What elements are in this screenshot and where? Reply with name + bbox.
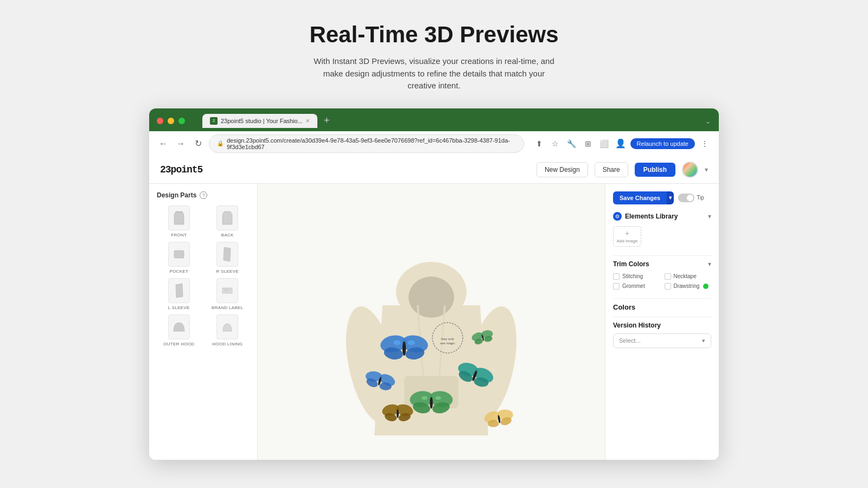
- bookmark-button[interactable]: ☆: [549, 137, 562, 150]
- share-button[interactable]: Share: [595, 162, 628, 177]
- checkbox-necktape[interactable]: [665, 273, 671, 280]
- design-parts-title: Design Parts: [157, 191, 196, 199]
- drawstring-active-indicator: [703, 284, 709, 289]
- part-thumbnail-pocket: [168, 242, 190, 267]
- design-parts-header: Design Parts ?: [157, 191, 250, 199]
- part-item-pocket[interactable]: POCKET: [157, 242, 201, 274]
- divider: [613, 255, 711, 256]
- window-controls[interactable]: ⌄: [705, 117, 711, 125]
- new-tab-button[interactable]: +: [320, 115, 334, 126]
- right-panel: Save Changes ▾ Tip ⊙ E: [605, 184, 719, 460]
- browser-tab-active[interactable]: 2 23point5 studio | Your Fashio... ×: [202, 114, 317, 128]
- hoodie-3d-preview: they only see magic: [339, 208, 524, 435]
- part-label-lsleeve: L SLEEVE: [168, 305, 190, 310]
- svg-point-18: [403, 342, 406, 356]
- part-thumbnail-brandlabel: [216, 278, 238, 303]
- elements-library-icon: ⊙: [613, 212, 622, 221]
- browser-actions: ⬆ ☆ 🔧 ⊞ ⬜ 👤 Relaunch to update ⋮: [533, 137, 711, 150]
- part-label-rsleeve: R SLEEVE: [216, 269, 239, 274]
- share-page-button[interactable]: ⬆: [533, 137, 546, 150]
- publish-button[interactable]: Publish: [635, 163, 675, 177]
- divider3: [613, 317, 711, 317]
- part-item-hoodlining[interactable]: HOOD LINING: [206, 314, 250, 346]
- part-thumbnail-hoodlining: [216, 314, 238, 339]
- traffic-light-yellow[interactable]: [168, 118, 174, 124]
- app-body: Design Parts ? FRONT: [149, 184, 719, 460]
- part-item-front[interactable]: FRONT: [157, 206, 201, 237]
- user-avatar[interactable]: [682, 162, 698, 178]
- svg-point-20: [408, 341, 415, 345]
- add-image-button[interactable]: + Add Image: [613, 226, 641, 247]
- version-history-section: Version History Select... ▾: [613, 322, 711, 348]
- tip-toggle[interactable]: [678, 194, 694, 202]
- app-content: 23point5 New Design Share Publish ▾ Desi…: [149, 156, 719, 460]
- elements-library-title: ⊙ Elements Library: [613, 212, 678, 221]
- svg-point-26: [422, 396, 427, 400]
- save-changes-bar: Save Changes ▾ Tip: [613, 191, 711, 204]
- traffic-light-red[interactable]: [157, 118, 163, 124]
- browser-titlebar: 2 23point5 studio | Your Fashio... × + ⌄: [149, 108, 719, 131]
- svg-point-19: [393, 341, 400, 345]
- browser-chrome: 2 23point5 studio | Your Fashio... × + ⌄…: [149, 108, 719, 156]
- elements-library-section: ⊙ Elements Library ▾ + Add Image: [613, 212, 711, 247]
- checkbox-item-grommet[interactable]: Grommet: [613, 283, 660, 290]
- new-design-button[interactable]: New Design: [537, 162, 588, 177]
- part-item-rsleeve[interactable]: R SLEEVE: [206, 242, 250, 274]
- checkbox-stitching[interactable]: [613, 273, 620, 280]
- svg-rect-0: [174, 251, 184, 258]
- part-thumbnail-back: [216, 206, 238, 230]
- elements-library-header[interactable]: ⊙ Elements Library ▾: [613, 212, 711, 221]
- app-logo: 23point5: [160, 164, 202, 175]
- help-icon[interactable]: ?: [200, 191, 207, 199]
- address-bar[interactable]: 🔒 design.23point5.com/create/a30d39e4-9e…: [209, 134, 524, 153]
- svg-text:see magic: see magic: [440, 342, 455, 345]
- screenshot-button[interactable]: ⬜: [598, 137, 611, 150]
- checkbox-drawstring[interactable]: [665, 283, 671, 290]
- part-thumbnail-outerh: [168, 314, 190, 339]
- svg-point-25: [430, 397, 432, 409]
- menu-button[interactable]: ⋮: [698, 137, 711, 150]
- nav-forward-button[interactable]: →: [174, 137, 187, 150]
- divider2: [613, 298, 711, 299]
- account-chevron-icon[interactable]: ▾: [705, 166, 708, 174]
- svg-point-7: [409, 277, 454, 318]
- tip-label: Tip: [697, 195, 704, 201]
- checkbox-label-drawstring: Drawstring: [674, 283, 700, 289]
- save-changes-group: Save Changes ▾: [613, 191, 674, 204]
- version-history-select[interactable]: Select... ▾: [613, 333, 711, 348]
- toggle-tip-container: Tip: [678, 194, 704, 202]
- checkbox-item-stitching[interactable]: Stitching: [613, 273, 660, 280]
- trim-colors-header[interactable]: Trim Colors ▾: [613, 260, 711, 268]
- part-item-back[interactable]: BACK: [206, 206, 250, 237]
- nav-back-button[interactable]: ←: [157, 137, 170, 150]
- checkbox-item-drawstring[interactable]: Drawstring: [665, 283, 712, 290]
- profile-button[interactable]: 👤: [614, 137, 627, 150]
- part-item-lsleeve[interactable]: L SLEEVE: [157, 278, 201, 310]
- part-label-back: BACK: [221, 233, 234, 237]
- checkbox-item-necktape[interactable]: Necktape: [665, 273, 712, 280]
- traffic-light-green[interactable]: [178, 118, 185, 124]
- add-image-icon: +: [625, 229, 629, 237]
- browser-tabs: 2 23point5 studio | Your Fashio... × +: [195, 114, 341, 128]
- part-label-outerh: OUTER HOOD: [163, 342, 194, 346]
- relaunch-button[interactable]: Relaunch to update: [630, 138, 695, 149]
- app-header: 23point5 New Design Share Publish ▾: [149, 156, 719, 184]
- part-label-front: FRONT: [171, 233, 187, 237]
- tab-groups-button[interactable]: ⊞: [582, 137, 595, 150]
- save-changes-button[interactable]: Save Changes: [613, 191, 667, 204]
- version-select-placeholder: Select...: [619, 337, 641, 344]
- tab-close-button[interactable]: ×: [306, 117, 310, 125]
- save-changes-dropdown-button[interactable]: ▾: [667, 191, 674, 204]
- url-text: design.23point5.com/create/a30d39e4-9e78…: [227, 137, 516, 150]
- checkbox-label-necktape: Necktape: [674, 273, 697, 279]
- nav-refresh-button[interactable]: ↻: [192, 137, 205, 150]
- checkbox-grommet[interactable]: [613, 283, 620, 290]
- part-item-brandlabel[interactable]: BRAND LABEL: [206, 278, 250, 310]
- checkbox-label-grommet: Grommet: [622, 283, 645, 289]
- extensions-button[interactable]: 🔧: [565, 137, 578, 150]
- part-label-brandlabel: BRAND LABEL: [212, 305, 243, 310]
- part-item-outerh[interactable]: OUTER HOOD: [157, 314, 201, 346]
- part-thumbnail-lsleeve: [168, 278, 190, 303]
- svg-text:they only: they only: [441, 337, 454, 341]
- parts-grid: FRONT BACK: [157, 206, 250, 346]
